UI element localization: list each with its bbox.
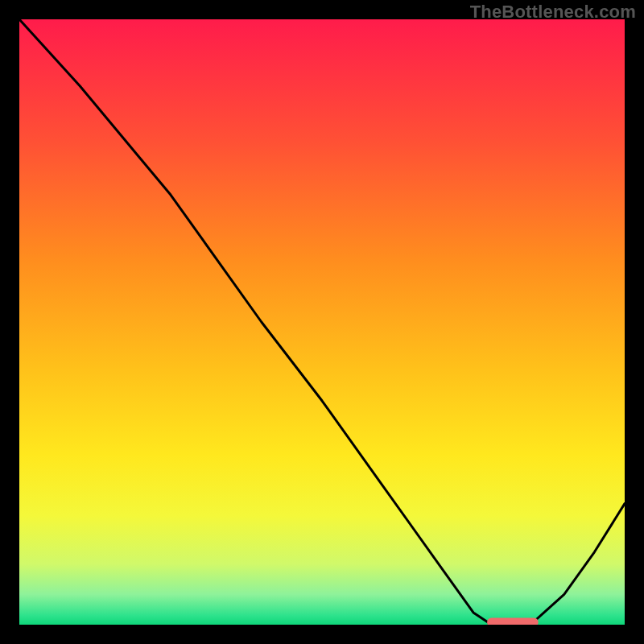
watermark-text: TheBottleneck.com [470, 2, 636, 23]
chart-svg [19, 19, 625, 625]
gradient-background [19, 19, 625, 625]
chart-frame: TheBottleneck.com [0, 0, 644, 644]
plot-area [19, 19, 625, 625]
